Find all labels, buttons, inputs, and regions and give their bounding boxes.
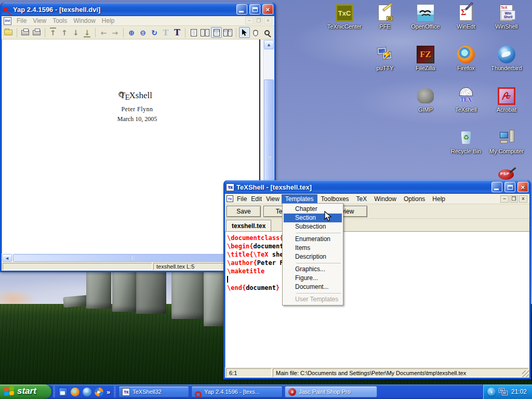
desktop-icon-winedt[interactable]: Σ WinEdt xyxy=(446,4,486,30)
minimize-button[interactable] xyxy=(491,182,502,192)
desktop-icon-paint-shop-pro[interactable]: PSP xyxy=(495,168,517,181)
desktop-icon-putty[interactable]: ⚡ puTTY xyxy=(365,46,405,71)
menu-item-section[interactable]: Section xyxy=(284,214,342,222)
desktop-icon-firefox[interactable]: Firefox xyxy=(446,46,486,71)
text-tool-icon[interactable]: T xyxy=(171,27,182,38)
back-icon[interactable]: ← xyxy=(98,27,109,38)
open-icon[interactable] xyxy=(3,27,14,38)
print-setup-icon[interactable] xyxy=(31,27,42,38)
tower-glyph xyxy=(510,130,514,142)
close-button[interactable]: × xyxy=(517,182,528,192)
resize-grip[interactable] xyxy=(522,370,529,377)
quicklaunch-handle[interactable] xyxy=(53,386,55,397)
taskband-handle[interactable] xyxy=(114,386,116,397)
desktop-icon-thunderbird[interactable]: Thunderbird xyxy=(486,46,527,71)
desktop-icon-texniccenter[interactable]: TxC TeXnicCenter xyxy=(324,4,365,30)
menu-help[interactable]: Help xyxy=(429,194,449,204)
first-page-icon[interactable]: ↑ xyxy=(48,27,59,38)
network-tray-icon[interactable] xyxy=(499,388,508,396)
start-label: start xyxy=(17,386,36,396)
desktop-icon-filezilla[interactable]: FZ FileZilla xyxy=(405,46,446,71)
quicklaunch-overflow-chevron[interactable]: » xyxy=(107,388,110,396)
magnifier-tool-icon[interactable] xyxy=(262,27,273,38)
menu-toolboxes[interactable]: Toolboxes xyxy=(317,194,353,204)
desktop-icon-my-computer[interactable]: My Computer xyxy=(486,129,527,154)
menu-window[interactable]: Window xyxy=(70,16,99,25)
menu-window[interactable]: Window xyxy=(370,194,400,204)
desktop-icon-openoffice[interactable]: OpenOffice xyxy=(405,4,446,30)
desktop-icon-pfe[interactable]: 32 PFE xyxy=(365,4,405,30)
menu-item-graphics[interactable]: Graphics... xyxy=(284,265,342,274)
menu-file[interactable]: File xyxy=(14,16,30,25)
menu-item-description[interactable]: Description xyxy=(284,252,342,261)
menu-item-chapter[interactable]: Chapter xyxy=(284,205,342,214)
scroll-left-icon[interactable]: ◄ xyxy=(2,254,12,262)
facing-pages-icon[interactable] xyxy=(200,27,210,38)
menu-options[interactable]: Options xyxy=(400,194,429,204)
task-paint-shop-pro[interactable]: 8 Jasc Paint Shop Pro xyxy=(285,386,377,397)
task-yap[interactable]: Yap 2.4.1596 - [texs... xyxy=(191,386,283,397)
zoom-out-icon[interactable]: ⊖ xyxy=(138,27,149,38)
task-texshell32[interactable]: TX TeXShell32 xyxy=(118,386,189,397)
texshell-titlebar[interactable]: TX TeXShell - [texshell.tex] × xyxy=(225,180,529,194)
menu-item-enumeration[interactable]: Enumeration xyxy=(284,235,342,244)
forward-icon[interactable]: → xyxy=(110,27,121,38)
desktop-icon-acrobat[interactable]: Acrobat xyxy=(486,87,527,113)
minimize-button[interactable] xyxy=(236,4,247,15)
task-label: TeXShell32 xyxy=(132,389,162,395)
wallpaper-stone xyxy=(63,295,89,308)
menu-view[interactable]: View xyxy=(30,16,49,25)
scroll-up-icon[interactable]: ▲ xyxy=(264,40,274,49)
mdi-controls: – ❐ × xyxy=(245,17,273,24)
last-page-icon[interactable]: ↓ xyxy=(82,27,92,38)
editor[interactable]: \documentclass{\begin{document}\title{\T… xyxy=(225,232,529,367)
horizontal-scroll-thumb[interactable] xyxy=(13,254,251,262)
single-page-icon[interactable] xyxy=(188,27,199,38)
media-player-quicklaunch-icon[interactable]: ▶ xyxy=(95,388,103,396)
mdi-restore-button[interactable]: ❐ xyxy=(510,195,518,203)
desktop-icon-texshell[interactable]: TEX TeXshell xyxy=(446,87,486,113)
desktop-icon-winshell[interactable]: TeX Win Shell WinShell xyxy=(486,4,527,30)
refresh-icon[interactable]: ↻ xyxy=(149,27,160,38)
menu-tools[interactable]: Tools xyxy=(49,16,70,25)
menu-tex[interactable]: TeX xyxy=(353,194,371,204)
firefox-quicklaunch-icon[interactable] xyxy=(71,388,79,396)
ruler-tool-icon[interactable]: T xyxy=(161,27,171,38)
menu-edit[interactable]: Edit xyxy=(249,194,264,204)
thunderbird-quicklaunch-icon[interactable] xyxy=(83,388,91,396)
winshell-tex-glyph: TeX xyxy=(501,6,507,9)
mdi-close-button[interactable]: × xyxy=(519,195,527,203)
menu-item-subsection[interactable]: Subsection xyxy=(284,222,342,231)
hide-icons-chevron[interactable]: ‹ xyxy=(487,388,496,396)
menu-item-items[interactable]: Items xyxy=(284,244,342,252)
close-button[interactable]: × xyxy=(262,4,273,15)
continuous-view-icon[interactable] xyxy=(222,27,233,38)
next-page-icon[interactable]: ↓ xyxy=(70,27,81,38)
menu-file[interactable]: File xyxy=(235,194,249,204)
print-icon[interactable] xyxy=(20,27,31,38)
previous-page-icon[interactable]: ↑ xyxy=(59,27,70,38)
save-button[interactable]: Save xyxy=(227,206,261,217)
yap-titlebar[interactable]: Yap 2.4.1596 - [texshell.dvi] × xyxy=(2,3,274,16)
my-computer-icon xyxy=(498,129,515,147)
hand-tool-icon[interactable] xyxy=(250,27,261,38)
maximize-button[interactable] xyxy=(249,4,260,15)
zoom-in-icon[interactable]: ⊕ xyxy=(126,27,137,38)
select-tool-icon[interactable] xyxy=(239,27,250,38)
menu-templates[interactable]: Templates xyxy=(282,194,317,204)
start-button[interactable]: start xyxy=(0,384,51,399)
dvi-doc-author: Peter Flynn xyxy=(121,105,153,113)
page-ruler-icon[interactable] xyxy=(211,27,222,38)
menu-help[interactable]: Help xyxy=(99,16,118,25)
show-desktop-icon[interactable] xyxy=(59,388,68,396)
mdi-minimize-button[interactable]: – xyxy=(500,195,509,203)
windows-flag-icon xyxy=(4,385,15,396)
tab-texshell-tex[interactable]: texshell.tex xyxy=(226,220,271,231)
desktop-icon-recycle-bin[interactable]: ♻ Recycle Bin xyxy=(446,129,486,154)
maximize-button[interactable] xyxy=(504,182,515,192)
menu-item-document[interactable]: Document... xyxy=(284,283,342,291)
clock: 21:02 xyxy=(511,388,527,395)
menu-view[interactable]: View xyxy=(264,194,282,204)
menu-item-figure[interactable]: Figure... xyxy=(284,274,342,283)
desktop-icon-gimp[interactable]: GIMP xyxy=(405,87,446,113)
